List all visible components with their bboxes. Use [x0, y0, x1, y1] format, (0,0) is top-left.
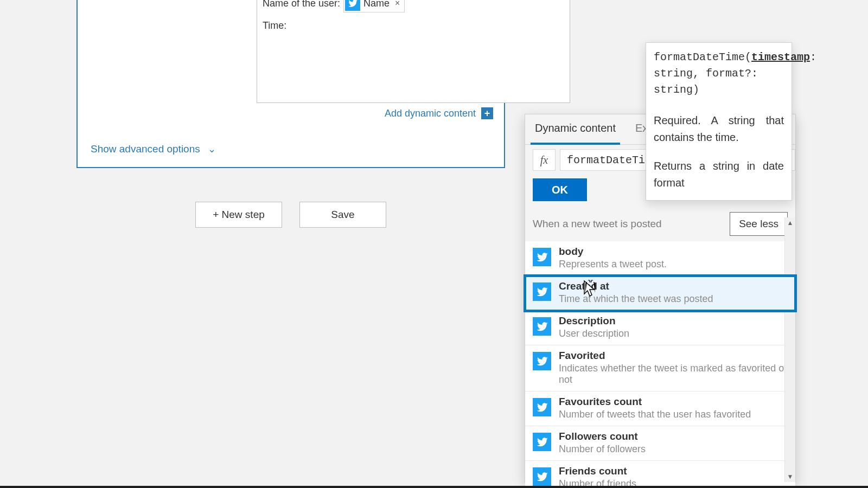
message-prefix: Name of the user: — [263, 0, 340, 9]
add-dynamic-content-link[interactable]: Add dynamic content + — [385, 107, 493, 119]
fx-badge: fx — [533, 149, 556, 171]
item-desc: Indicates whether the tweet is marked as… — [559, 363, 788, 386]
item-title: Friends count — [559, 465, 788, 477]
scroll-down-icon[interactable]: ▼ — [785, 471, 795, 482]
see-less-button[interactable]: See less — [730, 212, 788, 236]
twitter-icon — [533, 398, 551, 416]
list-item[interactable]: Created atTime at which the tweet was po… — [525, 276, 795, 311]
section-header-label: When a new tweet is posted — [533, 218, 662, 230]
list-item[interactable]: Favourites countNumber of tweets that th… — [525, 391, 795, 426]
twitter-icon — [533, 433, 551, 451]
scroll-up-icon[interactable]: ▲ — [785, 217, 795, 228]
tab-dynamic-content[interactable]: Dynamic content — [525, 114, 626, 144]
new-step-label: + New step — [213, 209, 265, 221]
twitter-icon — [345, 0, 360, 11]
item-title: Favorited — [559, 350, 788, 362]
save-label: Save — [331, 209, 354, 221]
item-desc: Number of tweets that the user has favor… — [559, 409, 788, 420]
twitter-icon — [533, 317, 551, 336]
item-title: Created at — [559, 280, 788, 292]
time-label: Time: — [263, 20, 286, 31]
footer-buttons: + New step Save — [195, 202, 386, 228]
add-dynamic-label: Add dynamic content — [385, 108, 476, 119]
show-advanced-options[interactable]: Show advanced options ⌄ — [91, 143, 216, 155]
chevron-down-icon: ⌄ — [208, 143, 216, 155]
save-button[interactable]: Save — [299, 202, 386, 228]
tab-dynamic-label: Dynamic content — [535, 122, 616, 134]
item-title: Followers count — [559, 431, 788, 442]
item-desc: Time at which the tweet was posted — [559, 293, 788, 305]
token-name[interactable]: Name × — [343, 0, 405, 12]
ok-label: OK — [552, 184, 568, 196]
ok-button[interactable]: OK — [533, 178, 587, 201]
window-baseline — [0, 486, 868, 488]
token-label: Name — [363, 0, 390, 9]
item-desc: Represents a tweet post. — [559, 259, 788, 270]
item-desc: User description — [559, 328, 788, 339]
function-tooltip: formatDateTime(timestamp: string, format… — [646, 42, 792, 201]
item-title: Description — [559, 315, 788, 327]
dynamic-content-list: bodyRepresents a tweet post.Created atTi… — [525, 241, 795, 488]
section-header: When a new tweet is posted See less — [525, 207, 795, 241]
message-textarea[interactable]: Name of the user: Name × Time: — [257, 0, 570, 103]
function-signature: formatDateTime(timestamp: string, format… — [654, 49, 784, 98]
tooltip-required: Required. A string that contains the tim… — [654, 112, 784, 146]
list-item[interactable]: DescriptionUser description — [525, 311, 795, 345]
list-item[interactable]: Followers countNumber of followers — [525, 426, 795, 461]
item-desc: Number of followers — [559, 444, 788, 455]
new-step-button[interactable]: + New step — [195, 202, 282, 228]
token-remove[interactable]: × — [395, 0, 400, 8]
twitter-icon — [533, 352, 551, 370]
scrollbar[interactable]: ▲ ▼ — [784, 217, 795, 482]
tooltip-returns: Returns a string in date format — [654, 158, 784, 191]
twitter-icon — [533, 248, 551, 266]
item-title: body — [559, 246, 788, 258]
action-card: Name of the user: Name × Time: Add dynam… — [76, 0, 505, 168]
list-item[interactable]: FavoritedIndicates whether the tweet is … — [525, 345, 795, 391]
show-adv-label: Show advanced options — [91, 143, 200, 155]
item-title: Favourites count — [559, 396, 788, 408]
list-item[interactable]: Friends countNumber of friends — [525, 461, 795, 488]
twitter-icon — [533, 282, 551, 301]
list-item[interactable]: bodyRepresents a tweet post. — [525, 241, 795, 276]
plus-icon: + — [481, 107, 493, 119]
see-less-label: See less — [739, 218, 778, 229]
twitter-icon — [533, 467, 551, 486]
